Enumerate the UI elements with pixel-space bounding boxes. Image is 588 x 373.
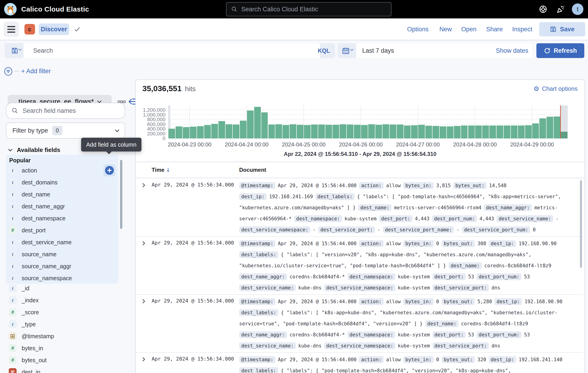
histogram-bar[interactable] (283, 125, 289, 138)
histogram-bar[interactable] (168, 129, 175, 138)
add-field-as-column-button[interactable] (104, 164, 116, 176)
histogram-bar[interactable] (297, 125, 304, 138)
field-item-_score[interactable]: #_score (6, 306, 118, 318)
histogram-bar[interactable] (532, 123, 539, 138)
new-link[interactable]: New (439, 19, 452, 40)
histogram-bar[interactable] (461, 125, 468, 138)
histogram-bar[interactable] (233, 125, 239, 138)
histogram-bar[interactable] (511, 125, 517, 138)
histogram-bar[interactable] (333, 125, 339, 138)
histogram-bar[interactable] (340, 124, 346, 138)
histogram-bar[interactable] (304, 125, 311, 138)
help-icon[interactable] (538, 5, 548, 14)
histogram-bar[interactable] (261, 112, 268, 138)
histogram-bar[interactable] (518, 125, 525, 138)
field-item-source_name_aggr[interactable]: tsource_name_aggr (6, 260, 118, 272)
histogram-bar[interactable] (290, 124, 296, 138)
field-item-dest_port[interactable]: #dest_port (6, 224, 118, 236)
chevron-down-icon[interactable] (350, 48, 353, 51)
save-button[interactable]: Save (539, 22, 585, 36)
histogram-bar[interactable] (418, 125, 425, 138)
field-item-@timestamp[interactable]: ⊞@timestamp (6, 330, 118, 342)
expand-row-icon[interactable] (141, 183, 145, 187)
show-dates-button[interactable]: Show dates (496, 43, 528, 58)
whats-new-icon[interactable] (556, 5, 565, 14)
menu-icon[interactable] (4, 22, 19, 37)
histogram-bar[interactable] (347, 125, 353, 138)
share-link[interactable]: Share (486, 19, 503, 40)
field-item-dest_name[interactable]: tdest_name (6, 188, 118, 200)
histogram-bar[interactable] (382, 124, 389, 138)
table-scrollbar[interactable] (580, 180, 582, 268)
histogram-bar[interactable] (375, 125, 382, 138)
histogram-bar[interactable] (554, 117, 560, 138)
histogram-bar[interactable] (525, 125, 532, 138)
field-item-_id[interactable]: t_id (6, 282, 118, 294)
space-badge[interactable]: c (24, 24, 35, 35)
histogram-bar[interactable] (226, 124, 232, 138)
histogram-bar[interactable] (275, 124, 282, 138)
histogram-bar[interactable] (440, 126, 446, 138)
field-item-dest_ip[interactable]: IPdest_ip (6, 366, 118, 373)
inspect-link[interactable]: Inspect (512, 19, 532, 40)
histogram-bar[interactable] (354, 125, 361, 138)
options-link[interactable]: Options (407, 19, 429, 40)
histogram-bar[interactable] (240, 121, 247, 138)
histogram-bar[interactable] (411, 125, 418, 138)
histogram-bar[interactable] (482, 125, 489, 138)
field-item-dest_domains[interactable]: tdest_domains (6, 176, 118, 188)
histogram-bar[interactable] (176, 126, 182, 138)
histogram-bar[interactable] (496, 125, 503, 138)
histogram-bar[interactable] (390, 125, 396, 138)
expand-row-icon[interactable] (141, 241, 145, 245)
histogram-bar[interactable] (475, 125, 482, 138)
field-item-action[interactable]: taction (6, 164, 118, 176)
histogram-bar[interactable] (368, 124, 375, 138)
histogram-bar[interactable] (318, 125, 325, 138)
histogram-bar[interactable] (325, 125, 332, 138)
query-input[interactable] (29, 43, 305, 58)
histogram-bar[interactable] (268, 125, 275, 138)
histogram-bar[interactable] (561, 132, 567, 138)
histogram-bar[interactable] (211, 124, 218, 138)
histogram-bar[interactable] (361, 125, 368, 138)
filter-by-type-dropdown[interactable]: Filter by type 0 (6, 122, 125, 139)
field-item-dest_name_aggr[interactable]: tdest_name_aggr (6, 200, 118, 212)
field-search-input[interactable] (22, 107, 110, 114)
histogram-bar[interactable] (219, 121, 225, 138)
available-fields-header[interactable]: Available fields (9, 146, 60, 154)
add-filter-button[interactable]: + Add filter (21, 68, 51, 75)
histogram-bar[interactable] (454, 126, 461, 138)
histogram-bar[interactable] (397, 125, 403, 138)
histogram-bar[interactable] (254, 107, 261, 138)
saved-query-icon[interactable] (11, 47, 18, 54)
kql-toggle[interactable]: KQL (318, 43, 330, 58)
histogram-bar[interactable] (504, 125, 510, 138)
histogram-bar[interactable] (468, 125, 475, 138)
calendar-icon[interactable] (342, 47, 350, 55)
global-search-input[interactable] (241, 6, 379, 13)
histogram-bar[interactable] (183, 127, 189, 138)
time-column-header[interactable]: Time↓ (152, 167, 170, 173)
filter-icon[interactable] (4, 67, 13, 76)
histogram-bar[interactable] (197, 126, 204, 138)
histogram-bar[interactable] (204, 125, 211, 138)
sort-desc-icon[interactable]: ↓ (166, 167, 170, 173)
field-item-source_name[interactable]: tsource_name (6, 248, 118, 260)
user-avatar[interactable]: t (572, 3, 583, 15)
field-item-_index[interactable]: t_index (6, 294, 118, 306)
global-search[interactable] (226, 2, 391, 16)
time-range-value[interactable]: Last 7 days (362, 43, 394, 58)
histogram-bar[interactable] (432, 126, 439, 138)
field-item-bytes_out[interactable]: #bytes_out (6, 354, 118, 366)
histogram-bar[interactable] (404, 125, 410, 138)
field-item-dest_service_name[interactable]: tdest_service_name (6, 236, 118, 248)
histogram-bar[interactable] (447, 126, 453, 138)
field-item-dest_namespace[interactable]: tdest_namespace (6, 212, 118, 224)
field-search[interactable] (6, 103, 125, 119)
field-item-_type[interactable]: t_type (6, 318, 118, 330)
chart-options-button[interactable]: ⚙ Chart options (533, 85, 578, 92)
histogram-bar[interactable] (425, 126, 432, 138)
field-item-bytes_in[interactable]: #bytes_in (6, 342, 118, 354)
breadcrumb-discover[interactable]: Discover (39, 23, 69, 35)
